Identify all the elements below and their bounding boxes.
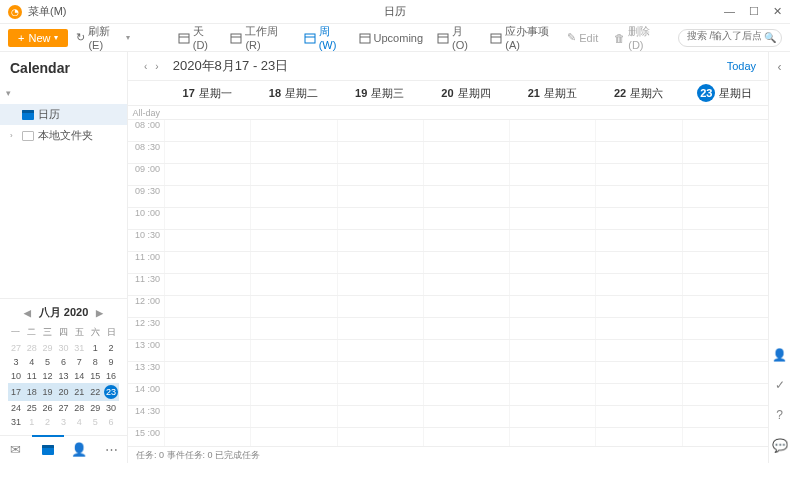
timeslot[interactable]: [682, 428, 768, 446]
timeslot[interactable]: [337, 428, 423, 446]
contacts-icon[interactable]: 👤: [772, 348, 787, 362]
timeslot[interactable]: [682, 274, 768, 295]
timeslot[interactable]: [250, 164, 336, 185]
timeslot[interactable]: [337, 340, 423, 361]
day-header-1[interactable]: 18星期二: [250, 81, 336, 105]
view-0[interactable]: 天(D): [178, 24, 217, 51]
timeslot[interactable]: [423, 362, 509, 383]
minical-day[interactable]: 11: [24, 369, 40, 383]
minical-day[interactable]: 30: [103, 401, 119, 415]
day-header-2[interactable]: 19星期三: [337, 81, 423, 105]
next-month-button[interactable]: ▶: [96, 308, 103, 318]
minical-day[interactable]: 24: [8, 401, 24, 415]
timeslot[interactable]: [423, 230, 509, 251]
minical-day[interactable]: 4: [24, 355, 40, 369]
view-5[interactable]: 应办事项(A): [490, 24, 559, 51]
timeslot[interactable]: [337, 142, 423, 163]
menu-button[interactable]: 菜单(M): [28, 4, 67, 19]
minical-day[interactable]: 14: [71, 369, 87, 383]
edit-button[interactable]: ✎ Edit: [567, 31, 598, 44]
day-header-0[interactable]: 17星期一: [164, 81, 250, 105]
timeslot[interactable]: [423, 208, 509, 229]
minical-day[interactable]: 23: [103, 383, 119, 401]
today-button[interactable]: Today: [727, 60, 756, 72]
minical-day[interactable]: 27: [8, 341, 24, 355]
timeslot[interactable]: [682, 252, 768, 273]
minical-day[interactable]: 30: [56, 341, 72, 355]
timeslot[interactable]: [164, 362, 250, 383]
timeslot[interactable]: [250, 362, 336, 383]
view-2[interactable]: 周(W): [304, 24, 345, 51]
timeslot[interactable]: [682, 142, 768, 163]
minical-day[interactable]: 26: [40, 401, 56, 415]
timeslot[interactable]: [509, 428, 595, 446]
minical-day[interactable]: 15: [87, 369, 103, 383]
minical-day[interactable]: 28: [71, 401, 87, 415]
minical-day[interactable]: 22: [87, 383, 103, 401]
timeslot[interactable]: [682, 120, 768, 141]
minical-day[interactable]: 25: [24, 401, 40, 415]
timeslot[interactable]: [250, 274, 336, 295]
timeslot[interactable]: [250, 142, 336, 163]
chat-icon[interactable]: 💬: [772, 438, 788, 453]
timeslot[interactable]: [509, 274, 595, 295]
minical-day[interactable]: 31: [8, 415, 24, 429]
timeslot[interactable]: [337, 274, 423, 295]
maximize-button[interactable]: ☐: [749, 5, 759, 18]
timeslot[interactable]: [423, 318, 509, 339]
timeslot[interactable]: [509, 340, 595, 361]
timeslot[interactable]: [164, 384, 250, 405]
next-week-button[interactable]: ›: [151, 61, 162, 72]
timeslot[interactable]: [509, 296, 595, 317]
timeslot[interactable]: [595, 428, 681, 446]
timeslot[interactable]: [595, 296, 681, 317]
minical-day[interactable]: 9: [103, 355, 119, 369]
timeslot[interactable]: [164, 406, 250, 427]
minical-day[interactable]: 28: [24, 341, 40, 355]
timeslot[interactable]: [509, 186, 595, 207]
timeslot[interactable]: [164, 186, 250, 207]
timeslot[interactable]: [595, 120, 681, 141]
timeslot[interactable]: [337, 208, 423, 229]
minical-day[interactable]: 13: [56, 369, 72, 383]
day-header-4[interactable]: 21星期五: [509, 81, 595, 105]
timeslot[interactable]: [337, 186, 423, 207]
minical-day[interactable]: 5: [40, 355, 56, 369]
mail-tab[interactable]: ✉: [0, 436, 32, 463]
minical-day[interactable]: 1: [87, 341, 103, 355]
minical-day[interactable]: 17: [8, 383, 24, 401]
timeslot[interactable]: [337, 384, 423, 405]
timeslot[interactable]: [595, 384, 681, 405]
view-3[interactable]: Upcoming: [359, 24, 424, 51]
minical-day[interactable]: 6: [103, 415, 119, 429]
timeslot[interactable]: [337, 252, 423, 273]
timeslot[interactable]: [250, 384, 336, 405]
timeslot[interactable]: [682, 362, 768, 383]
timeslot[interactable]: [164, 142, 250, 163]
timeslot[interactable]: [509, 164, 595, 185]
timeslot[interactable]: [164, 340, 250, 361]
minical-day[interactable]: 29: [40, 341, 56, 355]
timeslot[interactable]: [595, 252, 681, 273]
prev-week-button[interactable]: ‹: [140, 61, 151, 72]
minical-day[interactable]: 6: [56, 355, 72, 369]
timeslot[interactable]: [250, 296, 336, 317]
timeslot[interactable]: [423, 274, 509, 295]
more-tab[interactable]: ⋯: [95, 436, 127, 463]
prev-month-button[interactable]: ◀: [24, 308, 31, 318]
timeslot[interactable]: [423, 296, 509, 317]
minical-day[interactable]: 4: [71, 415, 87, 429]
timeslot[interactable]: [337, 230, 423, 251]
day-header-6[interactable]: 23星期日: [682, 81, 768, 105]
timeslot[interactable]: [682, 384, 768, 405]
new-button[interactable]: + New ▾: [8, 29, 68, 47]
timeslot[interactable]: [250, 120, 336, 141]
timeslot[interactable]: [423, 164, 509, 185]
delete-button[interactable]: 🗑 删除(D): [614, 24, 662, 51]
timeslot[interactable]: [595, 362, 681, 383]
timeslot[interactable]: [682, 186, 768, 207]
timeslot[interactable]: [509, 362, 595, 383]
close-button[interactable]: ✕: [773, 5, 782, 18]
timeslot[interactable]: [595, 186, 681, 207]
timeslot[interactable]: [509, 230, 595, 251]
